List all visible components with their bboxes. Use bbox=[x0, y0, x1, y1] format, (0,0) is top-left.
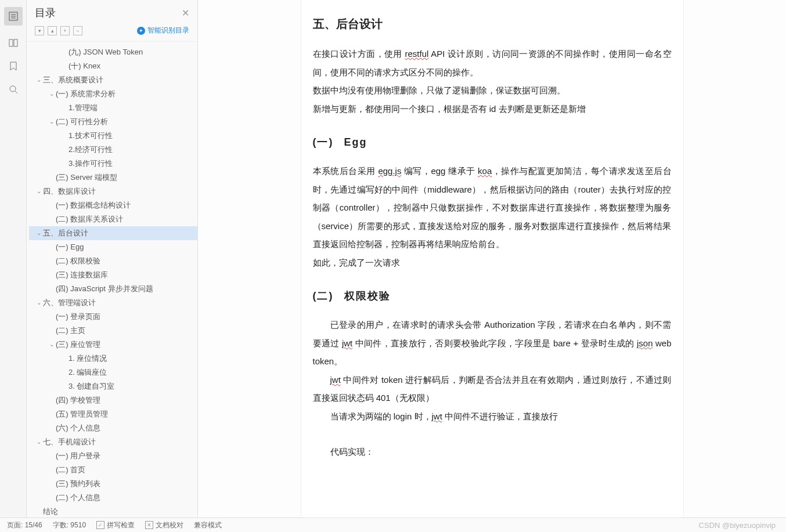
paragraph: 当请求为两端的 login 时，jwt 中间件不进行验证，直接放行 bbox=[313, 407, 672, 426]
toc-tree[interactable]: (九) JSON Web Token(十) Knex⌄三、系统概要设计⌄(一) … bbox=[27, 42, 197, 517]
toc-item[interactable]: ⌄六、管理端设计 bbox=[29, 296, 197, 310]
toc-item[interactable]: ⌄(一) 系统需求分析 bbox=[29, 87, 197, 101]
toc-icon[interactable] bbox=[4, 7, 23, 26]
document-area: 五、后台设计 在接口设计方面，使用 restful API 设计原则，访问同一资… bbox=[198, 0, 786, 517]
toc-item-label: (一) 系统需求分析 bbox=[56, 88, 116, 100]
toc-item-label: 2. 编辑座位 bbox=[68, 367, 107, 378]
chevron-down-icon[interactable]: ⌄ bbox=[35, 297, 43, 309]
toc-item[interactable]: (二) 数据库关系设计 bbox=[29, 212, 197, 226]
paragraph: jwt 中间件对 token 进行解码后，判断是否合法并且在有效期内，通过则放行… bbox=[313, 371, 672, 407]
toc-item[interactable]: 1.管理端 bbox=[29, 101, 197, 115]
toc-item-label: (二) 个人信息 bbox=[56, 492, 100, 504]
bookmark-icon[interactable] bbox=[8, 60, 19, 72]
toc-item-label: (三) Server 端模型 bbox=[56, 172, 117, 183]
toc-item[interactable]: (四) JavaScript 异步并发问题 bbox=[29, 282, 197, 296]
paragraph: 数据中均没有使用物理删除，只做了逻辑删除，保证数据可回溯。 bbox=[313, 81, 672, 100]
toc-item-label: (三) 连接数据库 bbox=[56, 269, 108, 281]
toc-item-label: (一) 登录页面 bbox=[56, 311, 100, 323]
toc-item-label: (二) 首页 bbox=[56, 464, 85, 476]
toc-item[interactable]: ⌄三、系统概要设计 bbox=[29, 73, 197, 87]
close-icon[interactable]: ✕ bbox=[182, 8, 189, 19]
status-compat[interactable]: 兼容模式 bbox=[194, 520, 222, 530]
status-spellcheck[interactable]: ✓拼写检查 bbox=[96, 520, 135, 530]
toc-item-label: 3. 创建自习室 bbox=[68, 381, 114, 392]
status-doccheck[interactable]: ✕文档校对 bbox=[145, 520, 183, 530]
toc-item-label: (二) 权限校验 bbox=[56, 255, 100, 267]
nav-icon[interactable] bbox=[8, 37, 19, 49]
toc-panel: 目录 ✕ ▾ ▴ + − ✦ 智能识别目录 (九) JSON Web Token… bbox=[27, 0, 198, 517]
toc-item[interactable]: 2.经济可行性 bbox=[29, 143, 197, 157]
toc-item-label: (二) 可行性分析 bbox=[56, 116, 108, 128]
chevron-down-icon[interactable]: ⌄ bbox=[48, 88, 56, 100]
toc-item[interactable]: (二) 权限校验 bbox=[29, 254, 197, 268]
toc-item-label: 1. 座位情况 bbox=[68, 353, 107, 364]
toc-item[interactable]: (十) Knex bbox=[29, 59, 197, 73]
toc-item[interactable]: ⌄(二) 可行性分析 bbox=[29, 115, 197, 129]
chevron-down-icon[interactable]: ⌄ bbox=[48, 339, 56, 350]
toc-item-label: (四) 学校管理 bbox=[56, 395, 100, 406]
toc-item-label: (三) 预约列表 bbox=[56, 478, 100, 490]
chevron-down-icon[interactable]: ⌄ bbox=[48, 116, 56, 128]
toc-item[interactable]: (九) JSON Web Token bbox=[29, 45, 197, 59]
heading-5: 五、后台设计 bbox=[313, 16, 672, 32]
toc-item[interactable]: (二) 主页 bbox=[29, 324, 197, 338]
remove-level-icon[interactable]: − bbox=[73, 26, 82, 35]
toc-item-label: (九) JSON Web Token bbox=[68, 46, 143, 58]
heading-5-2: (二)权限校验 bbox=[313, 289, 672, 303]
smart-toc-button[interactable]: ✦ 智能识别目录 bbox=[137, 26, 189, 35]
toc-item[interactable]: (二) 首页 bbox=[29, 463, 197, 477]
toc-item-label: 1.管理端 bbox=[68, 102, 98, 114]
toc-item[interactable]: ⌄五、后台设计 bbox=[29, 226, 197, 240]
toc-item[interactable]: (一) Egg bbox=[29, 240, 197, 254]
toc-item[interactable]: ⌄四、数据库设计 bbox=[29, 184, 197, 198]
toc-item-label: (六) 个人信息 bbox=[56, 422, 100, 434]
svg-point-6 bbox=[10, 86, 16, 92]
status-page[interactable]: 页面: 15/46 bbox=[7, 520, 42, 530]
toc-item-label: (一) 用户登录 bbox=[56, 450, 100, 462]
toc-item-label: 结论 bbox=[43, 506, 58, 517]
toc-item[interactable]: (四) 学校管理 bbox=[29, 393, 197, 407]
toc-item[interactable]: (一) 数据概念结构设计 bbox=[29, 198, 197, 212]
icon-rail bbox=[0, 0, 27, 517]
svg-rect-4 bbox=[9, 39, 13, 46]
paragraph: 已登录的用户，在请求时的请求头会带 Authorization 字段，若请求在白… bbox=[313, 316, 672, 371]
toc-item[interactable]: 结论 bbox=[29, 505, 197, 517]
toc-item-label: (五) 管理员管理 bbox=[56, 408, 108, 420]
toc-item[interactable]: (三) 预约列表 bbox=[29, 477, 197, 491]
toc-item[interactable]: 1. 座位情况 bbox=[29, 352, 197, 365]
add-level-icon[interactable]: + bbox=[60, 26, 70, 35]
toc-item[interactable]: (一) 用户登录 bbox=[29, 449, 197, 463]
document-page: 五、后台设计 在接口设计方面，使用 restful API 设计原则，访问同一资… bbox=[301, 0, 684, 517]
toc-item[interactable]: ⌄七、手机端设计 bbox=[29, 435, 197, 449]
paragraph: 新增与更新，都使用同一个接口，根据是否有 id 去判断是更新还是新增 bbox=[313, 100, 672, 118]
toc-item[interactable]: 2. 编辑座位 bbox=[29, 365, 197, 379]
search-icon[interactable] bbox=[8, 84, 19, 95]
toc-item[interactable]: (二) 个人信息 bbox=[29, 491, 197, 505]
paragraph: 本系统后台采用 egg.js 编写，egg 继承于 koa，操作与配置更加简洁，… bbox=[313, 162, 672, 254]
toc-item-label: (四) JavaScript 异步并发问题 bbox=[56, 283, 153, 295]
toc-item-label: (三) 座位管理 bbox=[56, 339, 100, 350]
status-words[interactable]: 字数: 9510 bbox=[53, 520, 86, 530]
toc-item[interactable]: (一) 登录页面 bbox=[29, 310, 197, 324]
toc-item[interactable]: (三) Server 端模型 bbox=[29, 171, 197, 184]
paragraph: 在接口设计方面，使用 restful API 设计原则，访问同一资源的不同操作时… bbox=[313, 45, 672, 81]
cross-icon: ✕ bbox=[145, 521, 153, 529]
toc-item-label: 七、手机端设计 bbox=[43, 436, 96, 448]
toc-item-label: (十) Knex bbox=[68, 60, 100, 72]
toc-item-label: 四、数据库设计 bbox=[43, 186, 96, 197]
toc-item[interactable]: 3. 创建自习室 bbox=[29, 379, 197, 393]
chevron-down-icon[interactable]: ⌄ bbox=[35, 436, 43, 448]
toc-item[interactable]: 1.技术可行性 bbox=[29, 129, 197, 143]
toc-item[interactable]: (三) 连接数据库 bbox=[29, 268, 197, 282]
collapse-all-icon[interactable]: ▾ bbox=[35, 26, 44, 35]
toc-item[interactable]: (五) 管理员管理 bbox=[29, 407, 197, 421]
toc-item[interactable]: 3.操作可行性 bbox=[29, 157, 197, 171]
toc-title: 目录 bbox=[35, 6, 56, 20]
toc-item-label: 3.操作可行性 bbox=[68, 158, 113, 169]
expand-all-icon[interactable]: ▴ bbox=[48, 26, 57, 35]
chevron-down-icon[interactable]: ⌄ bbox=[35, 186, 43, 197]
chevron-down-icon[interactable]: ⌄ bbox=[35, 227, 43, 239]
chevron-down-icon[interactable]: ⌄ bbox=[35, 74, 43, 86]
toc-item[interactable]: ⌄(三) 座位管理 bbox=[29, 338, 197, 352]
toc-item[interactable]: (六) 个人信息 bbox=[29, 421, 197, 435]
